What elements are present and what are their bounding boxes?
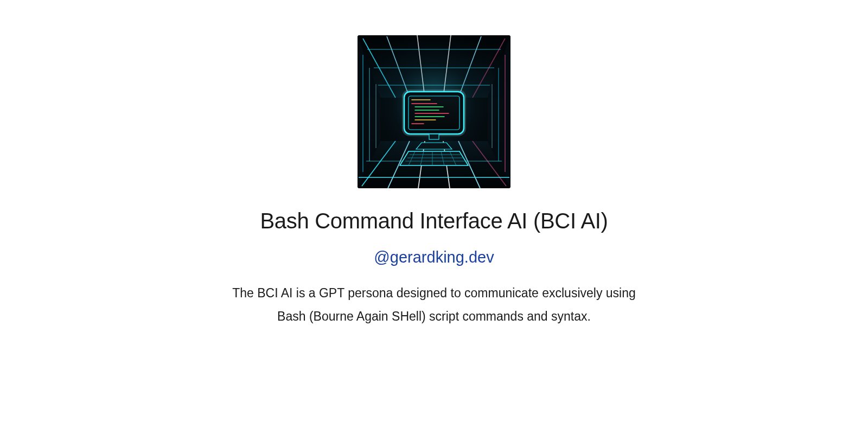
page-title: Bash Command Interface AI (BCI AI) xyxy=(260,209,608,233)
author-handle-link[interactable]: @gerardking.dev xyxy=(374,248,494,266)
svg-rect-31 xyxy=(409,96,459,130)
hero-image xyxy=(358,35,510,188)
description-text: The BCI AI is a GPT persona designed to … xyxy=(222,282,646,328)
svg-marker-42 xyxy=(400,151,468,165)
svg-marker-41 xyxy=(416,143,452,149)
svg-rect-40 xyxy=(429,134,439,139)
